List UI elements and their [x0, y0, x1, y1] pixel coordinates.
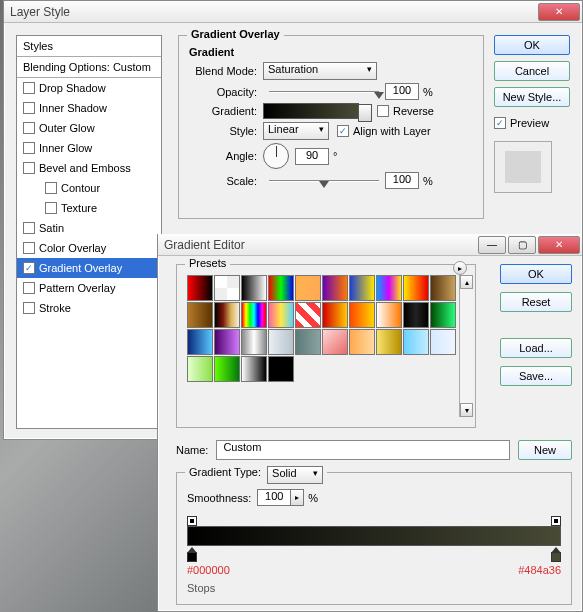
angle-dial[interactable]: [263, 143, 289, 169]
name-field[interactable]: Custom: [216, 440, 510, 460]
style-checkbox[interactable]: [23, 282, 35, 294]
angle-field[interactable]: 90: [295, 148, 329, 165]
style-item-pattern-overlay[interactable]: Pattern Overlay: [17, 278, 161, 298]
style-checkbox[interactable]: [45, 182, 57, 194]
maximize-icon[interactable]: ▢: [508, 236, 536, 254]
style-select[interactable]: Linear: [263, 122, 329, 140]
preset-swatch[interactable]: [214, 329, 240, 355]
style-checkbox[interactable]: [23, 122, 35, 134]
preset-swatch[interactable]: [322, 275, 348, 301]
cancel-button[interactable]: Cancel: [494, 61, 570, 81]
preset-swatch[interactable]: [295, 329, 321, 355]
preset-swatch[interactable]: [241, 275, 267, 301]
scale-field[interactable]: 100: [385, 172, 419, 189]
preset-swatch[interactable]: [295, 275, 321, 301]
style-item-gradient-overlay[interactable]: ✓Gradient Overlay: [17, 258, 161, 278]
preset-swatch[interactable]: [430, 275, 456, 301]
style-checkbox[interactable]: [23, 102, 35, 114]
preset-swatch[interactable]: [403, 329, 429, 355]
preset-swatch[interactable]: [376, 302, 402, 328]
align-checkbox[interactable]: ✓: [337, 125, 349, 137]
ge-ok-button[interactable]: OK: [500, 264, 572, 284]
style-item-texture[interactable]: Texture: [17, 198, 161, 218]
preset-swatch[interactable]: [214, 275, 240, 301]
style-item-satin[interactable]: Satin: [17, 218, 161, 238]
new-button[interactable]: New: [518, 440, 572, 460]
preset-swatch[interactable]: [187, 356, 213, 382]
preset-swatch[interactable]: [403, 302, 429, 328]
styles-list: Styles Blending Options: Custom Drop Sha…: [16, 35, 162, 429]
preset-swatch[interactable]: [403, 275, 429, 301]
ge-reset-button[interactable]: Reset: [500, 292, 572, 312]
ge-load-button[interactable]: Load...: [500, 338, 572, 358]
blending-options-item[interactable]: Blending Options: Custom: [17, 57, 161, 78]
blend-mode-select[interactable]: Saturation: [263, 62, 377, 80]
scroll-down-icon[interactable]: ▾: [460, 403, 473, 417]
preset-swatch[interactable]: [322, 329, 348, 355]
preset-swatch[interactable]: [376, 275, 402, 301]
preset-swatch[interactable]: [268, 275, 294, 301]
scale-slider[interactable]: [269, 173, 379, 189]
ok-button[interactable]: OK: [494, 35, 570, 55]
style-item-contour[interactable]: Contour: [17, 178, 161, 198]
style-item-bevel-and-emboss[interactable]: Bevel and Emboss: [17, 158, 161, 178]
close-icon[interactable]: ✕: [538, 236, 580, 254]
style-checkbox[interactable]: [23, 222, 35, 234]
preset-swatch[interactable]: [187, 302, 213, 328]
style-item-color-overlay[interactable]: Color Overlay: [17, 238, 161, 258]
preset-swatch[interactable]: [187, 275, 213, 301]
preset-swatch[interactable]: [241, 302, 267, 328]
color-stop-right[interactable]: [551, 552, 561, 562]
style-item-drop-shadow[interactable]: Drop Shadow: [17, 78, 161, 98]
gradient-picker[interactable]: [263, 103, 359, 119]
gradient-editor-titlebar[interactable]: Gradient Editor — ▢ ✕: [158, 234, 582, 256]
style-item-inner-shadow[interactable]: Inner Shadow: [17, 98, 161, 118]
preset-swatch[interactable]: [322, 302, 348, 328]
preset-swatch[interactable]: [268, 302, 294, 328]
style-checkbox[interactable]: [23, 162, 35, 174]
smoothness-stepper[interactable]: ▸: [290, 489, 304, 506]
preset-swatch[interactable]: [349, 329, 375, 355]
opacity-slider[interactable]: [269, 84, 379, 100]
style-item-outer-glow[interactable]: Outer Glow: [17, 118, 161, 138]
presets-menu-icon[interactable]: ▸: [453, 261, 467, 275]
preset-swatch[interactable]: [187, 329, 213, 355]
ge-save-button[interactable]: Save...: [500, 366, 572, 386]
style-checkbox[interactable]: [23, 242, 35, 254]
preset-swatch[interactable]: [349, 275, 375, 301]
preset-swatch[interactable]: [268, 356, 294, 382]
presets-scrollbar[interactable]: ▴ ▾: [459, 275, 473, 417]
preset-swatch[interactable]: [430, 302, 456, 328]
preset-swatch[interactable]: [349, 302, 375, 328]
preset-swatch[interactable]: [214, 356, 240, 382]
preset-swatch[interactable]: [268, 329, 294, 355]
opacity-stop-right[interactable]: [551, 516, 561, 526]
opacity-stop-left[interactable]: [187, 516, 197, 526]
style-item-stroke[interactable]: Stroke: [17, 298, 161, 318]
style-checkbox[interactable]: [23, 82, 35, 94]
preset-swatch[interactable]: [295, 302, 321, 328]
new-style-button[interactable]: New Style...: [494, 87, 570, 107]
preset-swatch[interactable]: [376, 329, 402, 355]
smoothness-field[interactable]: 100: [257, 489, 291, 506]
layer-style-titlebar[interactable]: Layer Style ✕: [4, 1, 582, 23]
style-checkbox[interactable]: [45, 202, 57, 214]
minimize-icon[interactable]: —: [478, 236, 506, 254]
style-checkbox[interactable]: [23, 302, 35, 314]
reverse-checkbox[interactable]: [377, 105, 389, 117]
style-item-inner-glow[interactable]: Inner Glow: [17, 138, 161, 158]
preset-swatch[interactable]: [241, 329, 267, 355]
color-stop-left[interactable]: [187, 552, 197, 562]
preset-swatch[interactable]: [214, 302, 240, 328]
gradient-bar[interactable]: [187, 516, 561, 562]
preview-checkbox[interactable]: ✓: [494, 117, 506, 129]
style-checkbox[interactable]: ✓: [23, 262, 35, 274]
preset-swatch[interactable]: [430, 329, 456, 355]
preset-swatch[interactable]: [241, 356, 267, 382]
close-icon[interactable]: ✕: [538, 3, 580, 21]
scroll-up-icon[interactable]: ▴: [460, 275, 473, 289]
style-checkbox[interactable]: [23, 142, 35, 154]
opacity-field[interactable]: 100: [385, 83, 419, 100]
styles-header[interactable]: Styles: [17, 36, 161, 57]
gradient-type-select[interactable]: Solid: [267, 466, 323, 484]
